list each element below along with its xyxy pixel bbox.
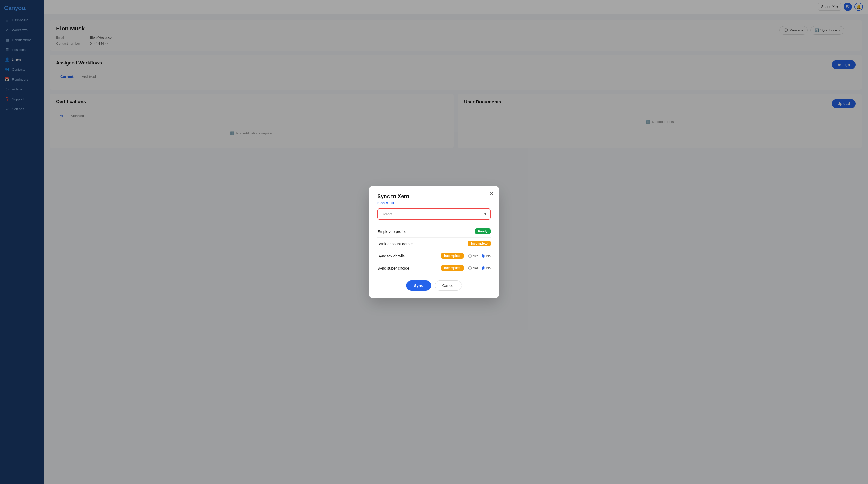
sync-super-yes-option[interactable]: Yes	[468, 266, 478, 270]
employee-profile-badge: Ready	[475, 228, 491, 234]
bank-account-label: Bank account details	[377, 241, 465, 246]
cancel-button[interactable]: Cancel	[435, 281, 462, 291]
select-placeholder: Select...	[381, 212, 485, 216]
modal-row-sync-tax: Sync tax details Incomplete Yes No	[377, 250, 491, 262]
sync-tax-no-option[interactable]: No	[482, 254, 491, 258]
select-arrow-icon: ▾	[485, 211, 487, 217]
sync-confirm-button[interactable]: Sync	[406, 281, 431, 291]
modal-overlay[interactable]: × Sync to Xero Elon Musk Select... ▾ Emp…	[43, 0, 868, 484]
sync-super-label: Sync super choice	[377, 266, 438, 271]
sync-super-radio-group: Yes No	[468, 266, 491, 270]
sync-super-no-radio[interactable]	[482, 266, 485, 270]
modal-title: Sync to Xero	[377, 193, 491, 199]
modal-buttons: Sync Cancel	[377, 281, 491, 291]
sync-modal: × Sync to Xero Elon Musk Select... ▾ Emp…	[369, 186, 499, 298]
sync-tax-badge: Incomplete	[441, 253, 464, 259]
sync-super-yes-label: Yes	[473, 266, 478, 270]
sync-tax-radio-group: Yes No	[468, 254, 491, 258]
modal-close-button[interactable]: ×	[490, 191, 493, 197]
sync-super-badge: Incomplete	[441, 265, 464, 271]
main-area: Space X ▾ FJ 🔔 Elon Musk Email Elon@tesl…	[43, 0, 868, 484]
modal-row-sync-super: Sync super choice Incomplete Yes No	[377, 262, 491, 274]
modal-select[interactable]: Select... ▾	[377, 208, 491, 220]
modal-row-employee-profile: Employee profile Ready	[377, 225, 491, 237]
sync-tax-label: Sync tax details	[377, 254, 438, 258]
sync-super-no-label: No	[486, 266, 491, 270]
modal-row-bank-account: Bank account details Incomplete	[377, 237, 491, 250]
sync-tax-yes-radio[interactable]	[468, 254, 472, 258]
sync-tax-no-radio[interactable]	[482, 254, 485, 258]
sync-tax-no-label: No	[486, 254, 491, 258]
sync-super-no-option[interactable]: No	[482, 266, 491, 270]
employee-profile-label: Employee profile	[377, 229, 472, 234]
sync-super-yes-radio[interactable]	[468, 266, 472, 270]
sync-tax-yes-option[interactable]: Yes	[468, 254, 478, 258]
modal-subtitle: Elon Musk	[377, 201, 491, 205]
sync-tax-yes-label: Yes	[473, 254, 478, 258]
bank-account-badge: Incomplete	[468, 241, 491, 247]
